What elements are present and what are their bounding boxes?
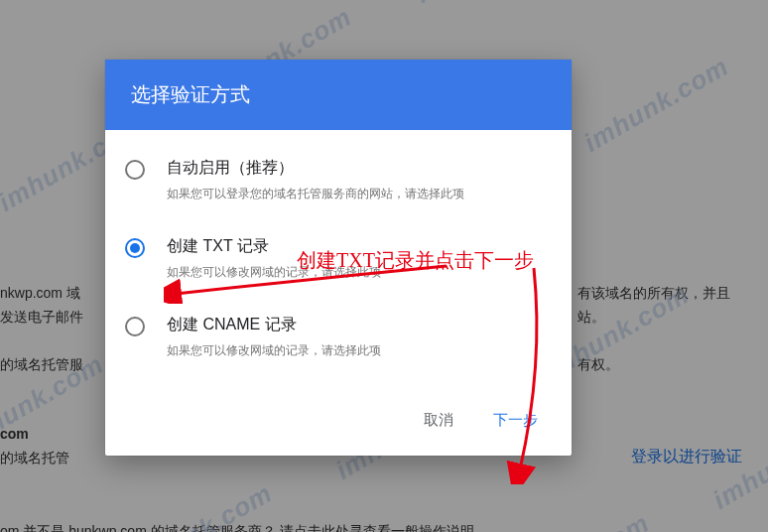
next-button[interactable]: 下一步 — [483, 405, 548, 436]
option-auto[interactable]: 自动启用（推荐） 如果您可以登录您的域名托管服务商的网站，请选择此项 — [125, 158, 552, 202]
radio-txt[interactable] — [125, 238, 145, 258]
option-txt[interactable]: 创建 TXT 记录 如果您可以修改网域的记录，请选择此项 — [125, 236, 552, 281]
option-auto-desc: 如果您可以登录您的域名托管服务商的网站，请选择此项 — [167, 185, 552, 202]
option-cname[interactable]: 创建 CNAME 记录 如果您可以修改网域的记录，请选择此项 — [125, 315, 552, 359]
option-cname-title: 创建 CNAME 记录 — [167, 315, 552, 335]
cancel-button[interactable]: 取消 — [414, 405, 463, 436]
dialog-title: 选择验证方式 — [105, 60, 572, 130]
radio-auto[interactable] — [125, 160, 145, 180]
option-cname-desc: 如果您可以修改网域的记录，请选择此项 — [167, 341, 552, 359]
option-txt-desc: 如果您可以修改网域的记录，请选择此项 — [167, 263, 552, 281]
radio-cname[interactable] — [125, 317, 145, 336]
option-auto-title: 自动启用（推荐） — [167, 158, 552, 179]
option-txt-title: 创建 TXT 记录 — [167, 236, 552, 257]
verification-dialog: 选择验证方式 自动启用（推荐） 如果您可以登录您的域名托管服务商的网站，请选择此… — [105, 60, 572, 456]
